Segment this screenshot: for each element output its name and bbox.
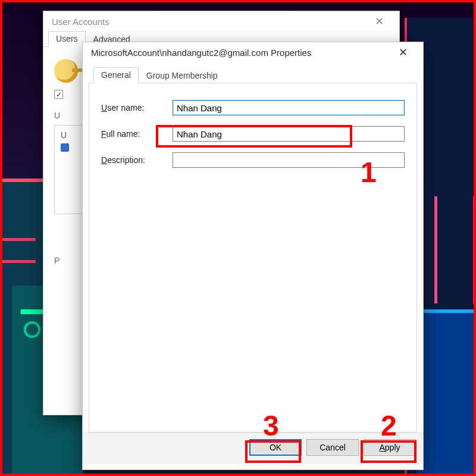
fullname-input[interactable] xyxy=(173,126,405,142)
close-icon[interactable]: ✕ xyxy=(390,47,416,58)
user-avatar-icon xyxy=(61,143,69,152)
description-label: Description: xyxy=(101,155,173,165)
username-input[interactable] xyxy=(173,100,405,115)
checkbox-icon: ✓ xyxy=(54,90,63,99)
account-properties-window: MicrosoftAccount\nhandangutc2@gmail.com … xyxy=(82,42,424,470)
tab-group-membership[interactable]: Group Membership xyxy=(139,68,226,83)
apply-button[interactable]: Apply xyxy=(364,439,416,456)
tab-users[interactable]: Users xyxy=(48,31,86,47)
ok-button[interactable]: OK xyxy=(249,439,302,456)
user-accounts-icon xyxy=(54,59,78,83)
window-title: User Accounts xyxy=(52,17,109,27)
description-input[interactable] xyxy=(173,152,405,168)
tabstrip-properties: General Group Membership xyxy=(89,66,417,83)
username-label: User name: xyxy=(101,103,173,112)
tab-general[interactable]: General xyxy=(93,67,139,83)
cancel-button[interactable]: Cancel xyxy=(306,439,359,456)
dialog-button-row: OK Cancel Apply xyxy=(83,433,423,464)
close-icon[interactable]: ✕ xyxy=(366,16,392,27)
fullname-label: Full name: xyxy=(101,129,173,139)
window-title: MicrosoftAccount\nhandangutc2@gmail.com … xyxy=(91,48,311,58)
